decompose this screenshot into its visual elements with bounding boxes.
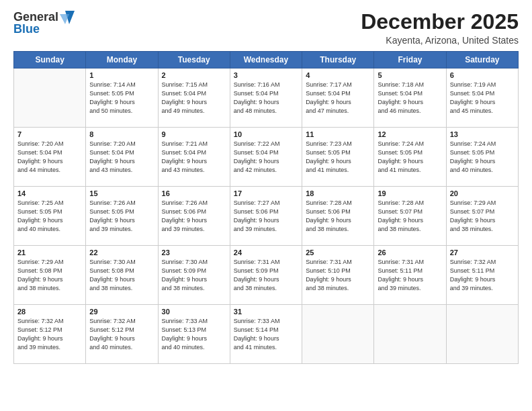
calendar-cell <box>302 305 374 364</box>
day-info: Sunrise: 7:30 AMSunset: 5:09 PMDaylight:… <box>162 258 226 293</box>
day-number: 3 <box>234 71 298 79</box>
day-number: 10 <box>234 130 298 138</box>
day-info: Sunrise: 7:28 AMSunset: 5:06 PMDaylight:… <box>306 199 370 234</box>
weekday-header-thursday: Thursday <box>302 52 374 68</box>
calendar-cell: 14Sunrise: 7:25 AMSunset: 5:05 PMDayligh… <box>14 187 86 246</box>
page: General Blue December 2025 Kayenta, Ariz… <box>0 0 532 411</box>
calendar-cell <box>446 305 518 364</box>
day-info: Sunrise: 7:18 AMSunset: 5:04 PMDaylight:… <box>378 81 442 116</box>
day-info: Sunrise: 7:24 AMSunset: 5:05 PMDaylight:… <box>450 140 515 175</box>
day-number: 27 <box>450 248 515 257</box>
day-info: Sunrise: 7:27 AMSunset: 5:06 PMDaylight:… <box>234 199 298 234</box>
day-number: 12 <box>378 130 442 138</box>
day-info: Sunrise: 7:29 AMSunset: 5:08 PMDaylight:… <box>17 258 82 293</box>
day-number: 8 <box>89 130 154 138</box>
day-info: Sunrise: 7:21 AMSunset: 5:04 PMDaylight:… <box>162 140 226 175</box>
calendar-table: SundayMondayTuesdayWednesdayThursdayFrid… <box>13 51 519 364</box>
day-info: Sunrise: 7:30 AMSunset: 5:08 PMDaylight:… <box>89 258 154 293</box>
day-info: Sunrise: 7:33 AMSunset: 5:14 PMDaylight:… <box>234 317 298 352</box>
day-info: Sunrise: 7:19 AMSunset: 5:04 PMDaylight:… <box>450 81 515 116</box>
day-info: Sunrise: 7:22 AMSunset: 5:04 PMDaylight:… <box>234 140 298 175</box>
title-block: December 2025 Kayenta, Arizona, United S… <box>361 10 519 46</box>
calendar-cell: 4Sunrise: 7:17 AMSunset: 5:04 PMDaylight… <box>302 68 374 128</box>
weekday-header-wednesday: Wednesday <box>230 52 302 68</box>
calendar-week-2: 7Sunrise: 7:20 AMSunset: 5:04 PMDaylight… <box>14 128 519 187</box>
calendar-cell <box>14 68 86 128</box>
calendar-cell: 15Sunrise: 7:26 AMSunset: 5:05 PMDayligh… <box>86 187 158 246</box>
weekday-header-sunday: Sunday <box>14 52 86 68</box>
calendar-cell <box>374 305 446 364</box>
weekday-header-friday: Friday <box>374 52 446 68</box>
day-number: 4 <box>306 71 370 79</box>
day-info: Sunrise: 7:31 AMSunset: 5:10 PMDaylight:… <box>306 258 370 293</box>
day-number: 19 <box>378 189 442 197</box>
day-info: Sunrise: 7:16 AMSunset: 5:04 PMDaylight:… <box>234 81 298 116</box>
calendar-cell: 31Sunrise: 7:33 AMSunset: 5:14 PMDayligh… <box>230 305 302 364</box>
day-number: 24 <box>234 248 298 257</box>
day-info: Sunrise: 7:23 AMSunset: 5:05 PMDaylight:… <box>306 140 370 175</box>
calendar-cell: 5Sunrise: 7:18 AMSunset: 5:04 PMDaylight… <box>374 68 446 128</box>
day-number: 30 <box>162 308 226 316</box>
day-number: 2 <box>162 71 226 79</box>
day-info: Sunrise: 7:20 AMSunset: 5:04 PMDaylight:… <box>17 140 82 175</box>
calendar-cell: 18Sunrise: 7:28 AMSunset: 5:06 PMDayligh… <box>302 187 374 246</box>
day-number: 25 <box>306 248 370 257</box>
calendar-cell: 23Sunrise: 7:30 AMSunset: 5:09 PMDayligh… <box>158 246 230 305</box>
day-number: 17 <box>234 189 298 197</box>
calendar-cell: 1Sunrise: 7:14 AMSunset: 5:05 PMDaylight… <box>86 68 158 128</box>
calendar-cell: 24Sunrise: 7:31 AMSunset: 5:09 PMDayligh… <box>230 246 302 305</box>
calendar-cell: 22Sunrise: 7:30 AMSunset: 5:08 PMDayligh… <box>86 246 158 305</box>
day-info: Sunrise: 7:26 AMSunset: 5:06 PMDaylight:… <box>162 199 226 234</box>
day-info: Sunrise: 7:24 AMSunset: 5:05 PMDaylight:… <box>378 140 442 175</box>
day-info: Sunrise: 7:28 AMSunset: 5:07 PMDaylight:… <box>378 199 442 234</box>
day-number: 16 <box>162 189 226 197</box>
day-number: 15 <box>89 189 154 197</box>
day-info: Sunrise: 7:14 AMSunset: 5:05 PMDaylight:… <box>89 81 154 116</box>
day-number: 13 <box>450 130 515 138</box>
calendar-week-5: 28Sunrise: 7:32 AMSunset: 5:12 PMDayligh… <box>14 305 519 364</box>
calendar-cell: 16Sunrise: 7:26 AMSunset: 5:06 PMDayligh… <box>158 187 230 246</box>
calendar-cell: 20Sunrise: 7:29 AMSunset: 5:07 PMDayligh… <box>446 187 518 246</box>
calendar-cell: 27Sunrise: 7:32 AMSunset: 5:11 PMDayligh… <box>446 246 518 305</box>
header: General Blue December 2025 Kayenta, Ariz… <box>13 10 519 46</box>
day-number: 14 <box>17 189 82 197</box>
calendar-cell: 25Sunrise: 7:31 AMSunset: 5:10 PMDayligh… <box>302 246 374 305</box>
day-info: Sunrise: 7:32 AMSunset: 5:12 PMDaylight:… <box>89 317 154 352</box>
day-info: Sunrise: 7:31 AMSunset: 5:11 PMDaylight:… <box>378 258 442 293</box>
calendar-cell: 9Sunrise: 7:21 AMSunset: 5:04 PMDaylight… <box>158 128 230 187</box>
day-info: Sunrise: 7:15 AMSunset: 5:04 PMDaylight:… <box>162 81 226 116</box>
logo: General Blue <box>13 10 75 36</box>
day-info: Sunrise: 7:33 AMSunset: 5:13 PMDaylight:… <box>162 317 226 352</box>
calendar-cell: 30Sunrise: 7:33 AMSunset: 5:13 PMDayligh… <box>158 305 230 364</box>
day-number: 6 <box>450 71 515 79</box>
day-info: Sunrise: 7:29 AMSunset: 5:07 PMDaylight:… <box>450 199 515 234</box>
calendar-cell: 29Sunrise: 7:32 AMSunset: 5:12 PMDayligh… <box>86 305 158 364</box>
calendar-cell: 8Sunrise: 7:20 AMSunset: 5:04 PMDaylight… <box>86 128 158 187</box>
day-info: Sunrise: 7:17 AMSunset: 5:04 PMDaylight:… <box>306 81 370 116</box>
calendar-cell: 10Sunrise: 7:22 AMSunset: 5:04 PMDayligh… <box>230 128 302 187</box>
calendar-week-1: 1Sunrise: 7:14 AMSunset: 5:05 PMDaylight… <box>14 68 519 128</box>
calendar-cell: 3Sunrise: 7:16 AMSunset: 5:04 PMDaylight… <box>230 68 302 128</box>
calendar-cell: 19Sunrise: 7:28 AMSunset: 5:07 PMDayligh… <box>374 187 446 246</box>
calendar-cell: 17Sunrise: 7:27 AMSunset: 5:06 PMDayligh… <box>230 187 302 246</box>
subtitle: Kayenta, Arizona, United States <box>361 35 519 46</box>
day-info: Sunrise: 7:26 AMSunset: 5:05 PMDaylight:… <box>89 199 154 234</box>
day-info: Sunrise: 7:32 AMSunset: 5:11 PMDaylight:… <box>450 258 515 293</box>
calendar-week-3: 14Sunrise: 7:25 AMSunset: 5:05 PMDayligh… <box>14 187 519 246</box>
weekday-header-row: SundayMondayTuesdayWednesdayThursdayFrid… <box>14 52 519 68</box>
calendar-week-4: 21Sunrise: 7:29 AMSunset: 5:08 PMDayligh… <box>14 246 519 305</box>
calendar-cell: 21Sunrise: 7:29 AMSunset: 5:08 PMDayligh… <box>14 246 86 305</box>
day-number: 31 <box>234 308 298 316</box>
calendar-cell: 6Sunrise: 7:19 AMSunset: 5:04 PMDaylight… <box>446 68 518 128</box>
calendar-cell: 26Sunrise: 7:31 AMSunset: 5:11 PMDayligh… <box>374 246 446 305</box>
day-number: 1 <box>89 71 154 79</box>
day-number: 18 <box>306 189 370 197</box>
day-number: 23 <box>162 248 226 257</box>
logo-blue: Blue <box>13 22 75 36</box>
day-number: 20 <box>450 189 515 197</box>
calendar-cell: 2Sunrise: 7:15 AMSunset: 5:04 PMDaylight… <box>158 68 230 128</box>
weekday-header-tuesday: Tuesday <box>158 52 230 68</box>
calendar-cell: 11Sunrise: 7:23 AMSunset: 5:05 PMDayligh… <box>302 128 374 187</box>
weekday-header-monday: Monday <box>86 52 158 68</box>
day-number: 9 <box>162 130 226 138</box>
